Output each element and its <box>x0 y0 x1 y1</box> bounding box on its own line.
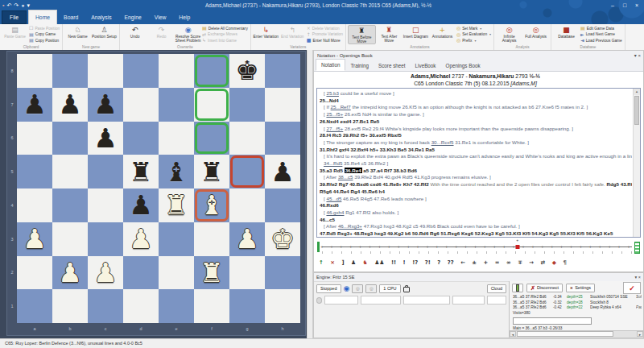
move[interactable]: 34...Rd5 <box>324 160 342 166</box>
annotation-symbol[interactable]: ] <box>341 258 344 267</box>
board-square-b2[interactable]: ♟ <box>52 256 88 290</box>
board-square-d2[interactable] <box>123 256 159 290</box>
board-square-b3[interactable] <box>52 222 88 256</box>
board-square-e7[interactable] <box>159 88 194 122</box>
close-icon[interactable]: × <box>638 53 641 58</box>
insert-diagram-button[interactable]: □Insert Diagram <box>402 25 429 39</box>
board-square-d6[interactable] <box>123 122 159 155</box>
board-square-c8[interactable] <box>88 54 123 88</box>
ribbon-tab-file[interactable]: File <box>2 10 27 24</box>
board-square-h7[interactable] <box>265 88 300 122</box>
board-square-e4[interactable]: ♜ <box>159 188 194 222</box>
move[interactable]: R5g6 44.Re4 Rg4 45.Re6 h4 <box>320 188 385 194</box>
notation-tab-openings-book[interactable]: Openings Book <box>441 60 485 71</box>
board-square-c1[interactable] <box>88 289 123 323</box>
dropdown-icon[interactable]: ▾ <box>480 27 481 31</box>
annotation-symbol[interactable]: → <box>529 258 534 267</box>
database-button[interactable]: ■Database <box>553 25 580 39</box>
scrollbar-thumb[interactable] <box>517 331 613 337</box>
annotation-symbol[interactable]: !? <box>412 258 418 267</box>
board-square-c2[interactable]: ♟ <box>88 256 123 290</box>
annotation-symbol[interactable]: ◆ <box>552 258 556 267</box>
board-square-g5[interactable] <box>229 155 265 188</box>
close-icon[interactable]: × <box>638 275 641 280</box>
text-before-move-button[interactable]: ♜Text Before Move <box>348 25 376 44</box>
move[interactable]: 45...d5 <box>326 196 341 201</box>
lock-icon[interactable] <box>403 287 410 292</box>
board-square-g2[interactable] <box>229 256 265 290</box>
board-square-a7[interactable]: ♟ <box>17 88 52 122</box>
undo-icon[interactable]: ↶ <box>6 2 11 8</box>
move[interactable]: 30...Rcxf5 <box>431 139 454 145</box>
move[interactable]: 25...f5+ <box>326 111 343 117</box>
notation-tab-training[interactable]: Training <box>345 60 374 71</box>
board-square-h5[interactable]: ♟ <box>265 155 300 188</box>
board-square-h6[interactable] <box>265 122 300 155</box>
copy-game-button[interactable]: ▤Copy Game <box>29 32 60 37</box>
enter-variation-button[interactable]: ↳Enter Variation <box>253 25 279 39</box>
collapse-icon[interactable]: ▾ <box>634 275 637 280</box>
annotation-symbol[interactable]: ♟ <box>351 258 356 267</box>
board-square-g7[interactable] <box>229 88 265 122</box>
board-square-e1[interactable] <box>159 289 194 323</box>
infinite-analysis-button[interactable]: ◎Infinite Analysis <box>496 25 522 43</box>
board-square-d3[interactable]: ♟ <box>123 222 159 256</box>
board-square-e2[interactable] <box>159 256 194 290</box>
board-square-e8[interactable] <box>159 54 194 88</box>
annotation-symbol[interactable]: ¶ <box>563 258 566 267</box>
board-square-a3[interactable]: ♟ <box>17 222 52 256</box>
board-square-g4[interactable] <box>229 188 265 222</box>
annotation-symbol[interactable]: ♞ <box>363 258 368 267</box>
annotations-button[interactable]: +Annotations <box>429 25 456 39</box>
collapse-icon[interactable]: ▾ <box>634 53 637 58</box>
annotation-symbol[interactable]: ! <box>403 258 406 267</box>
annotation-symbol[interactable]: ? <box>437 258 440 267</box>
board-square-f4[interactable]: ♝ <box>194 188 229 222</box>
letscheck-ok-button[interactable]: ✓ <box>623 282 641 294</box>
board-square-e3[interactable] <box>159 222 194 256</box>
board-square-b8[interactable] <box>52 54 88 88</box>
annotation-symbol[interactable]: × <box>330 258 335 267</box>
board-square-f5[interactable]: ♜ <box>194 155 229 188</box>
dropdown-icon[interactable]: ▾ <box>474 39 476 43</box>
board-square-h2[interactable] <box>265 256 300 290</box>
move[interactable]: Rdg5 43.Rf3 <box>607 181 633 187</box>
board-square-c4[interactable] <box>88 188 123 222</box>
move[interactable]: 26.Nxd4 exd4 27.Bc1 Re5 <box>320 118 379 124</box>
notation-tab-score-sheet[interactable]: Score sheet <box>374 60 411 71</box>
settings-button[interactable]: +Settings <box>566 284 595 292</box>
maximize-button[interactable]: □ <box>619 2 630 10</box>
undo-button[interactable]: ↶Undo <box>122 25 148 39</box>
moves-scrollbar[interactable]: ▲ <box>633 89 640 237</box>
move[interactable]: 25...Nd4 <box>320 97 339 103</box>
panel-splitter[interactable] <box>307 50 313 338</box>
prefix-button[interactable]: ◎Prefix▾ <box>456 38 491 43</box>
scrollbar-thumb[interactable] <box>634 96 639 125</box>
full-analysis-button[interactable]: ◎Full Analysis <box>522 25 549 39</box>
dropdown-icon[interactable]: ▾ <box>489 32 491 36</box>
board-square-d8[interactable] <box>123 54 159 88</box>
move[interactable]: 39.Rfe2 Rg7 40.Bxd6 cxd6 41.Re8+ Kh7 42.… <box>320 181 430 187</box>
board-square-a2[interactable] <box>17 256 52 290</box>
ribbon-tab-help[interactable]: Help <box>172 10 196 24</box>
minimize-button[interactable]: – <box>607 2 618 10</box>
ribbon-tab-board[interactable]: Board <box>57 10 85 24</box>
board-square-b5[interactable] <box>52 155 88 188</box>
ribbon-tab-home[interactable]: Home <box>28 10 57 24</box>
current-move[interactable]: 36.Re4 <box>345 168 362 173</box>
move[interactable]: 46...c5 <box>320 217 335 222</box>
letscheck-result-row[interactable]: 36...a5 37.Rfe2 Bd6-0.32depth=28Stockfis… <box>513 300 642 306</box>
board-square-f8[interactable] <box>194 54 229 88</box>
move[interactable]: 47.Rd5 Rxg3+ 48.Rxg3 hxg3 49.Kg2 b6 50.R… <box>320 230 613 236</box>
annotation-symbol[interactable]: ← <box>460 258 465 267</box>
board-square-h1[interactable] <box>265 289 300 323</box>
move[interactable]: 31.Rhf2 gxf4 32.Bxf4 h5+ 33.Kh3 Be5 34.R… <box>320 147 435 152</box>
options-icon[interactable]: ● <box>21 2 24 8</box>
scroll-right-icon[interactable]: ► <box>637 331 643 337</box>
enter-null-move-button[interactable]: ■Enter Null Move <box>307 38 343 43</box>
board-square-a5[interactable] <box>17 155 52 188</box>
letscheck-result-row[interactable]: 36...a5 37.Rfe2 Bd6-0.34depth=25Stockfis… <box>513 295 642 300</box>
board-square-d7[interactable] <box>123 88 159 122</box>
close-button[interactable]: × <box>631 2 642 10</box>
board-square-b6[interactable] <box>52 122 88 155</box>
